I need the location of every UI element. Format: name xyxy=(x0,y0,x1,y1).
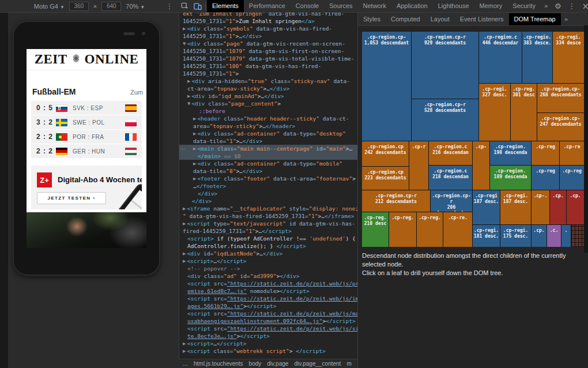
treemap-cell[interactable]: .cp. xyxy=(532,225,546,247)
treemap-cell[interactable]: .cp-regi.175 desc. xyxy=(500,225,531,247)
more-actions-icon[interactable]: ⋯ xyxy=(180,145,186,152)
code-line[interactable]: ▶<header class="header header--sticky" d… xyxy=(179,115,357,122)
code-line[interactable]: <div class="ad" id="ad3999"></div> xyxy=(179,272,357,280)
code-line[interactable]: 1645259_1731="1">Zum Inhalt springen</a> xyxy=(179,17,357,25)
treemap-cell[interactable]: .cp-region.cp-1,053 descendant xyxy=(362,32,411,141)
tab-sources[interactable]: Sources xyxy=(324,0,357,12)
treemap-cell[interactable]: .cp-regi.187 desc. xyxy=(500,190,531,224)
code-line[interactable]: " data-gtm-vis-has-fired-1645259_1731="1… xyxy=(179,212,357,220)
code-line[interactable]: ▶<div id="iqdLastNode">…</div> xyxy=(179,250,357,257)
ad-banner[interactable]: Z+ Digital-Abo 4 Wochen te JETZT TESTEN› xyxy=(31,166,142,209)
code-line[interactable]: 1445250_1731="1079" data-gtm-vis-total-v… xyxy=(179,55,357,62)
code-line[interactable]: ▼<div class="page__content"> xyxy=(179,100,357,107)
treemap-cell[interactable]: .cp-region.c216 descendan xyxy=(429,141,472,165)
treemap-cell[interactable]: .cp-reg.210 desc xyxy=(362,212,389,247)
tab-network[interactable]: Network xyxy=(358,0,391,12)
treemap-cell[interactable]: .cp-r xyxy=(409,141,428,190)
code-line[interactable]: emise.61ed8c7….js" nomodule></script> xyxy=(179,287,357,295)
code-line[interactable]: data-tile="1">…</div> xyxy=(179,137,357,145)
gear-icon[interactable]: ⚙ xyxy=(552,0,564,12)
breadcrumb-item-html-js-touchevents[interactable]: html.js.touchevents xyxy=(194,361,243,367)
breadcrumb-item-div-page-content[interactable]: div.page__content xyxy=(294,361,341,367)
treemap-cell[interactable]: .cp-reg.301 desc xyxy=(511,84,537,141)
tab-dom-treemap[interactable]: DOM Treemap xyxy=(509,13,561,25)
tab-styles[interactable]: Styles xyxy=(358,13,386,25)
section-link[interactable]: Zum xyxy=(130,89,143,96)
treemap-cell[interactable]: .cp-region.cp242 descendants xyxy=(362,141,409,166)
code-line[interactable]: ▶<div class="symbols" data-gtm-vis-has-f… xyxy=(179,25,357,32)
treemap-cell[interactable]: .cp-region.cp-r528 descendants xyxy=(412,99,478,141)
treemap-cell[interactable]: .cp-region.cp-r212 descendants xyxy=(362,190,430,212)
treemap-cell[interactable]: .cp-region.198 descenda xyxy=(490,141,531,165)
treemap-cell[interactable]: .cp-region.c446 descendar xyxy=(479,32,522,83)
treemap-cell[interactable]: .cp. xyxy=(550,190,566,224)
tab-elements[interactable]: Elements xyxy=(207,0,244,12)
code-line[interactable]: <!-- popover --> xyxy=(179,265,357,272)
code-line[interactable]: te.8ecfe3e….js"></script> xyxy=(179,332,357,340)
code-line[interactable]: ▶<script>…</script> xyxy=(179,257,357,265)
treemap-cell[interactable]: .cp-reg xyxy=(560,166,584,190)
tab-console[interactable]: Console xyxy=(291,0,324,12)
code-line[interactable]: 1445250_1731="1079" data-gtm-vis-first-o… xyxy=(179,47,357,55)
device-select[interactable]: Moto G4▼ xyxy=(34,3,65,10)
tab-computed[interactable]: Computed xyxy=(386,13,425,25)
treemap-cell[interactable]: .cp-reg. xyxy=(389,212,416,247)
breadcrumb-item-m[interactable]: m xyxy=(346,361,351,367)
code-line[interactable]: ▶<script>…</script> xyxy=(179,340,357,347)
code-line[interactable]: <script> if (typeof AdController !== 'un… xyxy=(179,235,357,242)
treemap-cell[interactable]: . xyxy=(561,225,571,247)
code-line[interactable]: ▶<script class="webtrekk script"> </scri… xyxy=(179,347,357,355)
treemap-cell[interactable]: .cp-re xyxy=(560,141,584,165)
tab-performance[interactable]: Performance xyxy=(244,0,291,12)
code-line-selected[interactable]: </main> == $0 xyxy=(179,152,357,160)
code-line[interactable]: ▶<footer class="footer" data-ct-area="fo… xyxy=(179,175,357,182)
code-line[interactable]: ▼<div class="page" data-gtm-vis-recent-o… xyxy=(179,40,357,47)
treemap-cell[interactable]: .cp-regi.334 desce xyxy=(553,32,584,83)
zeit-masthead[interactable]: ZEIT ONLINE xyxy=(27,49,146,70)
treemap-cell[interactable]: .cp. xyxy=(567,190,584,224)
code-line[interactable]: ▶<script type="text/javascript" id data-… xyxy=(179,220,357,227)
treemap-cell[interactable]: .cp-regi.181 desc. xyxy=(473,225,500,247)
treemap-cell[interactable]: .cp-regi187 desc. xyxy=(473,190,500,224)
code-line[interactable]: 1445259_1731="1">…</div> xyxy=(179,32,357,40)
code-line[interactable]: ▶<div class="ad-container" data-type="de… xyxy=(179,130,357,137)
tab-layout[interactable]: Layout xyxy=(425,13,455,25)
code-line[interactable]: <script src="https://static.zeit.de/p/ze… xyxy=(179,295,357,302)
tab-lighthouse[interactable]: Lighthouse xyxy=(433,0,474,12)
breadcrumb-item-div-page[interactable]: div.page xyxy=(267,361,288,367)
scrollbar-gutter[interactable] xyxy=(584,25,588,253)
device-toolbar-more-icon[interactable]: ⋮ xyxy=(166,0,173,13)
device-toolbar-icon[interactable] xyxy=(191,0,204,12)
code-line[interactable]: ekt "Zum Inhalt springen" data-gtm-vis-h… xyxy=(179,13,357,17)
tab-application[interactable]: Application xyxy=(391,0,433,12)
treemap-cell[interactable]: .cp-region.cp223 descendants xyxy=(362,167,409,190)
score-row[interactable]: 2 : 2POR : FRA xyxy=(31,130,142,144)
code-line[interactable]: ▶<div id="iqd_mainAd">…</div> xyxy=(179,92,357,100)
treemap-cell[interactable]: .cp-region.189 descenda xyxy=(490,166,531,190)
treemap-cell[interactable]: .cp-region.cp-247 descendants xyxy=(537,113,584,141)
treemap-cell[interactable]: .cp-region.cp-268 descendants xyxy=(537,84,584,112)
treemap-cell[interactable]: .cp-reg xyxy=(532,141,559,165)
code-line[interactable]: ct-area="topnav-sticky">…</div> xyxy=(179,85,357,92)
zoom-select[interactable]: 70%▼ xyxy=(126,3,145,10)
score-row[interactable]: 0 : 5SVK : ESP xyxy=(31,101,142,115)
code-line-selected[interactable]: ⋯▶<main class="main main--centerpage" id… xyxy=(179,145,357,152)
height-input[interactable]: 640 xyxy=(101,2,121,11)
code-line[interactable]: </div> xyxy=(179,190,357,197)
treemap-cell[interactable] xyxy=(571,225,584,247)
code-line[interactable]: <script src="https://static.zeit.de/p/ze… xyxy=(179,325,357,332)
code-line[interactable]: ▶<iframe name="__tcfapiLocator" style="d… xyxy=(179,205,357,212)
breadcrumb-item-body[interactable]: body xyxy=(249,361,262,367)
code-line[interactable]: …</footer> xyxy=(179,182,357,190)
code-line[interactable]: 1445250_1731="100" data-gtm-vis-has-fire… xyxy=(179,62,357,70)
score-row[interactable]: 3 : 2SWE : POL xyxy=(31,115,142,130)
code-line[interactable]: usabhaengigeszaehlinstrument.092fc64….js… xyxy=(179,317,357,325)
treemap-cell[interactable]: .cp-region.c218 descendan xyxy=(429,166,472,190)
treemap-cell[interactable]: .cp-re. xyxy=(443,212,472,247)
code-line[interactable]: fired-1445259_1731="1">…</script> xyxy=(179,227,357,235)
kebab-menu-icon[interactable]: ⋮ xyxy=(566,0,578,12)
treemap-cell[interactable]: .cp-. xyxy=(532,190,549,224)
treemap-cell[interactable]: .cp-reg. xyxy=(417,212,443,247)
treemap-cell[interactable]: .cp-regi.327 desc. xyxy=(479,84,510,141)
code-line[interactable]: </div> xyxy=(179,197,357,205)
